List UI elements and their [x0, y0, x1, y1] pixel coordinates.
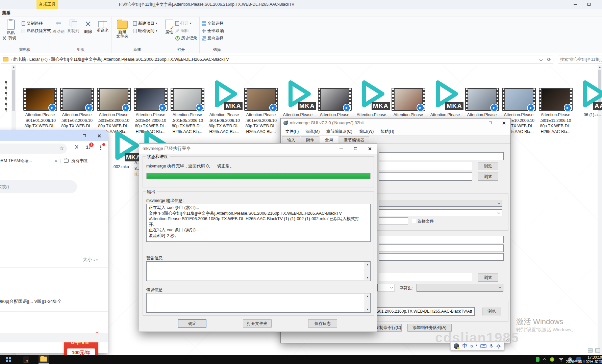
file-item[interactable]: ▶ MKA Attention.Please .S01E06.2006.10 8…: [206, 75, 243, 134]
ime-settings-gear-icon[interactable]: [496, 344, 501, 348]
menu-item[interactable]: 窗口(W): [356, 127, 376, 135]
taskbar-app-explorer[interactable]: [39, 355, 49, 364]
clock[interactable]: 17:30:10 2026年03月02日 星期: [566, 355, 602, 364]
ime-chinese-mode-icon[interactable]: 中: [462, 343, 467, 349]
browse-button[interactable]: 浏览: [478, 274, 498, 282]
breadcrumb-item[interactable]: 此电脑: [13, 57, 26, 62]
link-files-checkbox[interactable]: 连接文件: [412, 218, 434, 224]
menu-item[interactable]: 章节编辑器(C): [324, 127, 355, 135]
scrollbar[interactable]: ▲▼: [365, 262, 370, 280]
resize-grip[interactable]: [506, 339, 509, 342]
ime-logo-icon[interactable]: [454, 343, 459, 349]
copy-command-line-button[interactable]: 复制命令行(C): [375, 324, 402, 332]
ime-mic-icon[interactable]: [490, 344, 493, 348]
address-bar[interactable]: ›此电脑›Lexar (F:)›甜心空姐[全11集][中文字幕].Attenti…: [1, 55, 553, 64]
size-column-header[interactable]: 大小▲▼: [83, 257, 98, 263]
list-item[interactable]: 1080p[台配国语][... V版][1-24集全: [0, 298, 61, 305]
search-input[interactable]: 搜索"甜心空姐[全11集][中文...: [558, 55, 602, 64]
tab-sort-icon[interactable]: 1↓3: [86, 145, 91, 150]
cut-button[interactable]: 剪切: [2, 35, 20, 41]
history-button[interactable]: 历史记录: [175, 35, 197, 41]
add-to-job-queue-button[interactable]: 添加到任务队列(A): [407, 324, 452, 332]
rename-button[interactable]: 重命名: [96, 18, 109, 47]
tab[interactable]: 输入: [282, 136, 300, 144]
usb-eject-icon[interactable]: [536, 357, 540, 362]
minimize-button[interactable]: [470, 119, 483, 127]
large-icons-view-icon[interactable]: [595, 348, 600, 353]
browse-button[interactable]: 浏览: [482, 308, 501, 315]
start-button[interactable]: [3, 355, 14, 364]
ok-button[interactable]: 确定: [178, 319, 206, 328]
tab[interactable]: 全局: [320, 136, 338, 144]
bookmark-item[interactable]: NORM TEAM论坛...: [0, 158, 32, 164]
ime-keyboard-icon[interactable]: [480, 344, 486, 348]
ime-toolbar[interactable]: 中 ɔ ʻ: [450, 341, 504, 350]
text-input[interactable]: [379, 217, 408, 225]
file-item[interactable]: ▶ Attention.Please .S01E11.2006.10 80p.T…: [537, 75, 574, 134]
refresh-icon[interactable]: ⟳: [547, 57, 551, 62]
new-item-button[interactable]: 新建项目▾: [133, 20, 157, 26]
file-item[interactable]: ▶ Attention.Please .S01E02.2006.10 80p.T…: [58, 75, 95, 134]
paste-shortcut-button[interactable]: 粘贴快捷方式: [22, 28, 51, 34]
scroll-up-icon[interactable]: ▲: [598, 65, 602, 70]
dropdown[interactable]: [377, 284, 395, 291]
maximize-button[interactable]: [348, 144, 362, 154]
taskbar-app-media[interactable]: [21, 355, 31, 364]
breadcrumb-item[interactable]: Lexar (F:): [29, 57, 48, 62]
antivirus-tray-icon[interactable]: [550, 357, 554, 362]
delete-button[interactable]: ✕ 删除: [82, 18, 95, 47]
maximize-button[interactable]: [583, 0, 595, 9]
close-button[interactable]: [362, 144, 377, 154]
mkvmerge-titlebar[interactable]: mkvmerge GUI v7.3.0 ('Nouages') 32bit: [281, 119, 510, 127]
ribbon-tab[interactable]: 播放: [0, 9, 12, 17]
hidden-icons-chevron-icon[interactable]: [543, 358, 546, 362]
file-item[interactable]: ▶ Attention.Please .S01E03.2006.10 80p.T…: [95, 75, 132, 134]
minimize-button[interactable]: [62, 130, 75, 141]
dropdown[interactable]: [379, 200, 502, 207]
move-to-button[interactable]: ⬅ 移动到: [52, 18, 65, 47]
select-all-button[interactable]: 全部选择: [202, 20, 224, 26]
invert-selection-button[interactable]: 反向选择: [202, 35, 224, 41]
close-button[interactable]: [497, 119, 510, 127]
text-input[interactable]: [379, 172, 472, 181]
save-log-button[interactable]: 保存日志: [308, 319, 337, 328]
wifi-icon[interactable]: [558, 358, 564, 362]
warnings-textarea[interactable]: ▲▼: [146, 261, 371, 281]
edit-button[interactable]: 编辑: [175, 28, 197, 34]
scissors-icon[interactable]: [74, 145, 79, 149]
menu-item[interactable]: 文件(F): [283, 127, 301, 135]
file-item[interactable]: ▶ Attention.Please .S01E04.2006.10 80p.T…: [132, 75, 169, 134]
open-button[interactable]: 打开▾: [175, 20, 197, 26]
open-folder-button[interactable]: 打开文件夹: [243, 319, 272, 328]
close-button[interactable]: [92, 130, 106, 141]
select-none-button[interactable]: 全部取消: [202, 28, 224, 34]
minimize-button[interactable]: [570, 0, 581, 9]
text-input[interactable]: [379, 236, 504, 243]
bookmarks-overflow-icon[interactable]: »: [55, 159, 57, 163]
all-bookmarks[interactable]: 所有书签: [71, 158, 88, 164]
file-item[interactable]: ▶ AAC 06 (1).a...: [574, 75, 602, 134]
bookmark-star-icon[interactable]: ☆: [59, 145, 64, 151]
text-input[interactable]: [379, 162, 472, 170]
text-input[interactable]: [379, 253, 504, 261]
paste-button[interactable]: 粘贴: [2, 18, 20, 35]
ime-apostrophe-icon[interactable]: ʻ: [476, 343, 477, 348]
dropdown[interactable]: [379, 209, 502, 216]
text-input[interactable]: [379, 244, 504, 252]
output-textarea[interactable]: 正在写入 cue 条目 (索引)... 文件 'F:\甜心空姐[全11集][中文…: [146, 204, 371, 242]
scroll-up-icon[interactable]: ▲: [11, 65, 16, 70]
minimize-button[interactable]: [334, 144, 348, 154]
menu-kebab-icon[interactable]: ⋮: [98, 145, 103, 151]
new-folder-button[interactable]: 新建 文件夹: [114, 18, 131, 47]
text-input[interactable]: [379, 273, 472, 281]
easy-access-button[interactable]: 轻松访问▾: [133, 28, 157, 34]
properties-button[interactable]: 属性: [165, 18, 173, 47]
browse-button[interactable]: 浏览: [478, 173, 498, 181]
details-view-icon[interactable]: [588, 348, 593, 353]
output-filename-input[interactable]: S01.2006.2160p.TX.WEB-DL.H265.AAC-BlackT…: [375, 307, 475, 316]
dialog-titlebar[interactable]: mkvmerge 已经执行完毕: [139, 144, 377, 154]
maximize-button[interactable]: [483, 119, 497, 127]
browse-button[interactable]: 浏览: [478, 162, 498, 170]
file-item[interactable]: ▶ Attention.Please .S01E05.2006.10 80p.T…: [169, 75, 206, 134]
music-tools-contextual-tab[interactable]: 音乐工具: [36, 0, 58, 9]
